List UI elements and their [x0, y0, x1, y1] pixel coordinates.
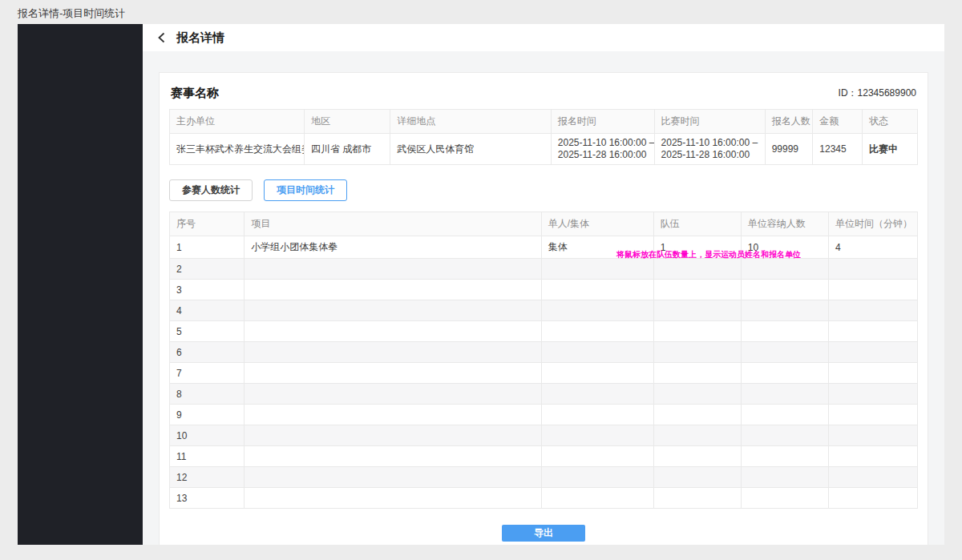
teams-cell[interactable] [653, 363, 741, 384]
teams-cell[interactable] [653, 488, 741, 509]
table-row: 3 [170, 280, 918, 300]
capacity-cell [741, 425, 828, 446]
minutes-cell [828, 446, 917, 467]
table-row: 5 [170, 321, 918, 342]
minutes-cell [828, 280, 917, 300]
project-cell: 小学组小团体集体拳 [245, 236, 541, 259]
minutes-cell [828, 488, 917, 509]
event-info-row: 张三丰杯武术养生交流大会组委会 四川省 成都市 武侯区人民体育馆 2025-11… [170, 134, 918, 165]
col-region: 地区 [304, 110, 390, 134]
tab-time-stats[interactable]: 项目时间统计 [264, 179, 347, 201]
table-row: 11 [170, 446, 918, 467]
capacity-cell [741, 363, 828, 384]
minutes-cell [828, 259, 917, 280]
index-cell: 1 [170, 236, 245, 259]
card-head: 赛事名称 ID：12345689900 [169, 83, 918, 109]
index-cell: 9 [170, 405, 245, 425]
export-button[interactable]: 导出 [502, 525, 585, 542]
type-cell [541, 259, 653, 280]
minutes-cell [828, 467, 917, 488]
teams-cell[interactable]: 1 [653, 236, 741, 259]
teams-cell[interactable] [653, 405, 741, 425]
project-header-row: 序号 项目 单人/集体 队伍 单位容纳人数 单位时间（分钟） [170, 212, 918, 236]
capacity-cell [741, 446, 828, 467]
project-cell [245, 280, 541, 300]
teams-cell[interactable] [653, 384, 741, 405]
info-header-row: 主办单位 地区 详细地点 报名时间 比赛时间 报名人数 金额 状态 [170, 110, 918, 134]
type-cell [541, 342, 653, 363]
teams-cell[interactable] [653, 446, 741, 467]
project-cell [245, 467, 541, 488]
minutes-cell [828, 321, 917, 342]
project-cell [245, 384, 541, 405]
teams-cell[interactable] [653, 259, 741, 280]
signup-time-line2: 2025-11-28 16:00:00 [558, 149, 648, 161]
capacity-cell [741, 321, 828, 342]
table-row: 10 [170, 425, 918, 446]
table-row: 8 [170, 384, 918, 405]
type-cell [541, 446, 653, 467]
capacity-cell [741, 384, 828, 405]
region-cell: 四川省 成都市 [304, 134, 390, 165]
event-id-value: 12345689900 [858, 87, 916, 99]
project-cell [245, 300, 541, 321]
col-unit-minutes: 单位时间（分钟） [828, 212, 917, 236]
event-id-label: ID： [839, 87, 858, 99]
export-row: 导出 [169, 525, 918, 543]
col-venue: 详细地点 [390, 110, 552, 134]
teams-cell[interactable] [653, 321, 741, 342]
organizer-cell: 张三丰杯武术养生交流大会组委会 [170, 134, 305, 165]
capacity-cell [741, 342, 828, 363]
teams-cell[interactable] [653, 467, 741, 488]
project-cell [245, 425, 541, 446]
capacity-cell [741, 280, 828, 300]
status-badge: 比赛中 [862, 134, 917, 165]
table-row: 6 [170, 342, 918, 363]
window-title: 报名详情-项目时间统计 [0, 0, 962, 24]
project-cell [245, 363, 541, 384]
project-cell [245, 446, 541, 467]
type-cell [541, 467, 653, 488]
table-row: 13 [170, 488, 918, 509]
table-row: 12 [170, 467, 918, 488]
project-cell [245, 259, 541, 280]
type-cell [541, 300, 653, 321]
match-time-line2: 2025-11-28 16:00:00 [661, 149, 758, 161]
event-name-title: 赛事名称 [171, 86, 219, 101]
teams-cell[interactable] [653, 300, 741, 321]
minutes-cell [828, 342, 917, 363]
teams-cell[interactable] [653, 342, 741, 363]
project-cell [245, 342, 541, 363]
table-row: 1 小学组小团体集体拳 集体 1 10 4 [170, 236, 918, 259]
col-solo-group: 单人/集体 [541, 212, 653, 236]
teams-cell[interactable] [653, 425, 741, 446]
table-row: 4 [170, 300, 918, 321]
tab-people-stats[interactable]: 参赛人数统计 [169, 179, 253, 201]
index-cell: 5 [170, 321, 245, 342]
type-cell [541, 363, 653, 384]
main-content: 报名详情 赛事名称 ID：12345689900 主办单位 地区 详细地点 报名… [143, 24, 944, 545]
project-cell [245, 488, 541, 509]
type-cell [541, 488, 653, 509]
type-cell [541, 425, 653, 446]
stats-tabs: 参赛人数统计 项目时间统计 [169, 179, 918, 201]
teams-cell[interactable] [653, 280, 741, 300]
app-frame: 报名详情 赛事名称 ID：12345689900 主办单位 地区 详细地点 报名… [18, 24, 944, 545]
capacity-cell [741, 467, 828, 488]
project-cell [245, 321, 541, 342]
minutes-cell [828, 425, 917, 446]
back-chevron-icon[interactable] [156, 31, 168, 44]
index-cell: 8 [170, 384, 245, 405]
sidebar [18, 24, 143, 545]
minutes-cell [828, 363, 917, 384]
project-time-table: 序号 项目 单人/集体 队伍 单位容纳人数 单位时间（分钟） 1 小学组小团体 [169, 212, 918, 509]
venue-cell: 武侯区人民体育馆 [390, 134, 552, 165]
col-project: 项目 [245, 212, 541, 236]
type-cell [541, 280, 653, 300]
index-cell: 12 [170, 467, 245, 488]
capacity-cell [741, 300, 828, 321]
col-signup-count: 报名人数 [765, 110, 813, 134]
page-title: 报名详情 [176, 30, 224, 46]
signup-time-line1: 2025-11-10 16:00:00 – [558, 137, 648, 149]
capacity-cell [741, 259, 828, 280]
